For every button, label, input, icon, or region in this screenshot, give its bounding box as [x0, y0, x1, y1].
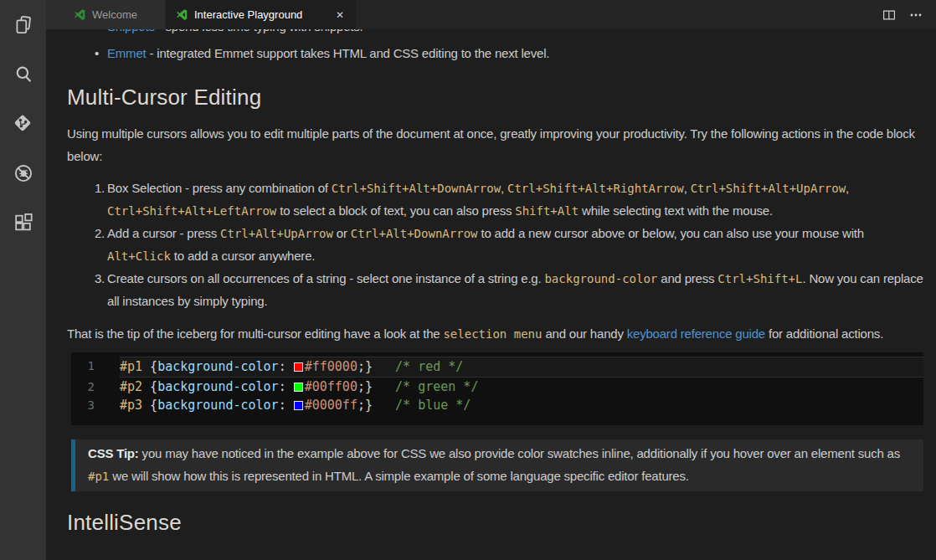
list-number: 2.: [88, 223, 105, 245]
close-icon[interactable]: ✕: [334, 9, 346, 21]
inline-link[interactable]: Snippets: [107, 29, 155, 33]
tab-label: Welcome: [92, 8, 137, 21]
line-number: 1: [71, 357, 120, 378]
code-token: background-color: [157, 359, 279, 374]
text-run: Add a cursor - press: [107, 226, 220, 240]
extensions-icon[interactable]: [0, 198, 46, 247]
walkthrough-content: •Snippets - spend less time typing with …: [46, 29, 936, 560]
feature-item: •Emmet - integrated Emmet support takes …: [67, 43, 923, 64]
feature-item: •Snippets - spend less time typing with …: [67, 29, 923, 38]
code-token: {: [142, 359, 157, 374]
kbd-shortcut: Ctrl+Shift+Alt+LeftArrow: [107, 204, 276, 218]
text-run: or: [333, 226, 351, 240]
intro-paragraph: Using multiple cursors allows you to edi…: [67, 122, 923, 167]
code-line[interactable]: 1#p1 {background-color: #ff0000;} /* red…: [71, 357, 923, 378]
color-swatch[interactable]: [294, 401, 303, 410]
tab-interactive-playground[interactable]: Interactive Playground ✕: [166, 0, 356, 29]
inline-link[interactable]: keyboard reference guide: [627, 326, 765, 341]
tip-text: we will show how this is represented in …: [109, 469, 688, 483]
code-token: /* green */: [373, 379, 478, 394]
code-token: /* blue */: [373, 398, 471, 413]
code-text[interactable]: #p2 {background-color: #00ff00;} /* gree…: [120, 378, 923, 397]
bullet-icon: •: [95, 29, 99, 38]
line-number: 2: [71, 378, 120, 397]
list-number: 3.: [88, 268, 105, 290]
code-token: background-color: [157, 398, 279, 413]
kbd-shortcut: Alt+Click: [107, 249, 171, 263]
action-item: 1.Box Selection - press any combination …: [67, 177, 923, 222]
tip-text: you may have noticed in the example abov…: [139, 446, 900, 460]
tab-label: Interactive Playground: [194, 8, 302, 21]
kbd-shortcut: Shift+Alt: [515, 204, 579, 218]
text-run: for additional actions.: [765, 326, 883, 341]
source-control-icon[interactable]: [0, 99, 46, 148]
action-item: 3.Create cursors on all occurrences of a…: [67, 268, 923, 312]
text-run: and press: [657, 271, 717, 285]
kbd-shortcut: Ctrl+Shift+Alt+RightArrow: [507, 182, 684, 195]
section-heading: Multi-Cursor Editing: [67, 83, 923, 111]
tab-bar: Welcome Interactive Playground ✕: [46, 0, 936, 29]
tip-code: #p1: [88, 470, 109, 483]
text-run: - spend less time typing with snippets.: [155, 29, 363, 33]
code-token: #p2: [120, 379, 142, 394]
code-line[interactable]: 2#p2 {background-color: #00ff00;} /* gre…: [71, 378, 923, 397]
text-run: That is the tip of the iceberg for multi…: [67, 326, 443, 341]
text-run: and our handy: [542, 326, 626, 341]
code-token: #p1: [120, 359, 142, 374]
code-token: {: [142, 398, 157, 413]
code-token: background-color: [157, 379, 279, 394]
bullet-icon: •: [95, 43, 99, 64]
kbd-shortcut: background-color: [544, 272, 657, 285]
tip-label: CSS Tip:: [88, 446, 139, 460]
code-token: /* red */: [373, 359, 463, 374]
code-token: #0000ff: [305, 398, 357, 413]
text-run: to select a block of text, you can also …: [276, 203, 515, 218]
actions-list: 1.Box Selection - press any combination …: [67, 177, 923, 312]
code-token: #ff0000: [305, 359, 357, 374]
search-icon[interactable]: [0, 49, 46, 99]
debug-icon[interactable]: [0, 148, 46, 198]
kbd-shortcut: Ctrl+Alt+DownArrow: [351, 227, 478, 240]
kbd-shortcut: Ctrl+Shift+Alt+DownArrow: [332, 182, 501, 195]
explorer-icon[interactable]: [0, 0, 46, 49]
code-token: :: [279, 359, 294, 374]
kbd-shortcut: Ctrl+Shift+L: [717, 272, 802, 285]
text-run: to add a new cursor above or below, you …: [477, 226, 863, 240]
next-section-heading: IntelliSense: [67, 508, 923, 537]
kbd-shortcut: Ctrl+Shift+Alt+UpArrow: [691, 182, 846, 195]
code-token: ;}: [357, 379, 373, 394]
kbd-shortcut: Ctrl+Alt+UpArrow: [220, 227, 333, 240]
code-token: ;}: [357, 398, 373, 413]
outro-paragraph: That is the tip of the iceberg for multi…: [67, 322, 923, 346]
tab-welcome[interactable]: Welcome: [46, 0, 165, 29]
code-token: :: [279, 379, 294, 394]
list-number: 1.: [88, 177, 105, 200]
inline-link[interactable]: Emmet: [107, 46, 147, 60]
color-swatch[interactable]: [294, 362, 303, 372]
code-text[interactable]: #p3 {background-color: #0000ff;} /* blue…: [120, 396, 923, 415]
text-run: Create cursors on all occurrences of a s…: [107, 271, 544, 285]
code-token: {: [142, 379, 157, 394]
text-run: ,: [846, 181, 849, 195]
code-text[interactable]: #p1 {background-color: #ff0000;} /* red …: [120, 357, 923, 378]
code-block[interactable]: 1#p1 {background-color: #ff0000;} /* red…: [71, 352, 923, 425]
editor-actions: [882, 0, 936, 29]
vscode-logo-icon: [176, 8, 188, 21]
color-swatch[interactable]: [294, 383, 303, 392]
text-run: ,: [684, 181, 691, 195]
vscode-logo-icon: [74, 8, 86, 21]
text-run: while selecting text with the mouse.: [579, 203, 773, 218]
code-token: #00ff00: [305, 379, 357, 394]
text-run: Box Selection - press any combination of: [107, 181, 332, 195]
code-token: ;}: [357, 359, 373, 374]
action-item: 2.Add a cursor - press Ctrl+Alt+UpArrow …: [67, 223, 923, 267]
css-tip-box: CSS Tip: you may have noticed in the exa…: [71, 439, 923, 491]
line-number: 3: [71, 396, 120, 415]
feature-list: •Snippets - spend less time typing with …: [67, 29, 923, 64]
text-run: ,: [501, 181, 507, 195]
code-line[interactable]: 3#p3 {background-color: #0000ff;} /* blu…: [71, 396, 923, 415]
split-editor-icon[interactable]: [882, 8, 896, 22]
activity-bar: [0, 0, 46, 560]
text-run: - integrated Emmet support takes HTML an…: [147, 46, 550, 60]
more-actions-icon[interactable]: [909, 8, 923, 22]
